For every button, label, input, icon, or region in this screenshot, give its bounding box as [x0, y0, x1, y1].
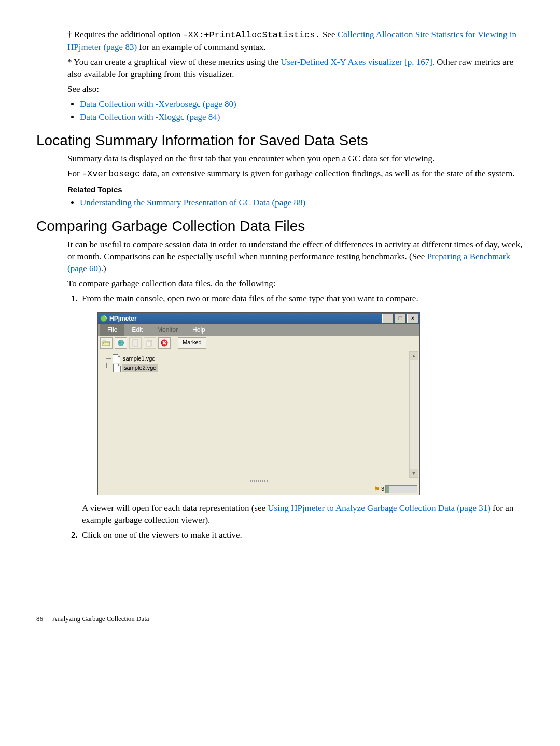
step-text: From the main console, open two or more … [82, 294, 418, 303]
text: † Requires the additional option [67, 30, 183, 39]
marked-button[interactable]: Marked [178, 337, 206, 349]
window-title: HPjmeter [109, 314, 382, 323]
menu-label: elp [197, 326, 205, 334]
link-xloggc[interactable]: Data Collection with -Xloggc (page 84) [80, 112, 220, 122]
text: for an example of command syntax. [137, 42, 266, 52]
app-icon [100, 315, 107, 322]
text: A viewer will open for each data represe… [82, 503, 268, 513]
stop-button[interactable] [158, 337, 171, 349]
minimize-button[interactable]: _ [382, 314, 394, 323]
text: For [67, 169, 82, 178]
paragraph: To compare garbage collection data files… [67, 278, 524, 290]
menu-label: onitor [162, 326, 178, 334]
file-tree: sample1.vgc sample2.vgc [103, 354, 419, 373]
toolbar-button-3 [129, 337, 142, 349]
paragraph: For -Xverbosegc data, an extensive summa… [67, 168, 524, 181]
tree-label: sample1.vgc [122, 355, 156, 363]
heading-comparing-gc: Comparing Garbage Collection Data Files [36, 216, 524, 236]
scroll-up-icon[interactable]: ▲ [410, 352, 418, 360]
text: * You can create a graphical view of the… [67, 57, 281, 67]
page-footer: 86Analyzing Garbage Collection Data [36, 614, 524, 624]
scrollbar[interactable]: ▲ ▼ [409, 351, 418, 478]
footnote-dagger: † Requires the additional option -XX:+Pr… [67, 29, 524, 53]
related-topics-heading: Related Topics [67, 185, 524, 195]
step-1: From the main console, open two or more … [80, 293, 524, 527]
splitter[interactable] [98, 479, 419, 483]
tree-item[interactable]: sample2.vgc [103, 364, 419, 373]
doc-icon [132, 339, 139, 347]
menubar: File Edit Monitor Help [98, 324, 419, 336]
link-summary-presentation[interactable]: Understanding the Summary Presentation o… [80, 198, 305, 208]
tree-label-selected: sample2.vgc [122, 364, 158, 372]
menu-label: dit [136, 326, 143, 334]
step-text: Click on one of the viewers to make it a… [82, 530, 242, 540]
steps-list: From the main console, open two or more … [67, 293, 524, 542]
link-using-hpjmeter[interactable]: Using HPjmeter to Analyze Garbage Collec… [268, 503, 491, 513]
list-item: Data Collection with -Xloggc (page 84) [80, 112, 524, 123]
link-xy-visualizer[interactable]: User-Defined X-Y Axes visualizer [p. 167… [281, 57, 432, 67]
tree-item[interactable]: sample1.vgc [103, 354, 419, 364]
list-item: Data Collection with -Xverbosegc (page 8… [80, 99, 524, 110]
menu-label: ile [111, 326, 117, 334]
see-also-list: Data Collection with -Xverbosegc (page 8… [67, 99, 524, 123]
connect-button[interactable] [115, 337, 127, 349]
text: data, an extensive summary is given for … [140, 169, 514, 178]
paragraph: Summary data is displayed on the first t… [67, 153, 524, 165]
paragraph: It can be useful to compare session data… [67, 239, 524, 275]
scroll-down-icon[interactable]: ▼ [410, 469, 418, 477]
list-item: Understanding the Summary Presentation o… [80, 197, 524, 209]
flag-icon: ⚑ [374, 485, 380, 494]
svg-rect-4 [147, 341, 151, 346]
globe-icon [117, 339, 125, 347]
svg-rect-2 [133, 340, 138, 346]
svg-point-0 [101, 315, 107, 322]
footer-section: Analyzing Garbage Collection Data [52, 615, 149, 623]
menu-edit[interactable]: Edit [124, 324, 150, 336]
statusbar: ⚑ 3 [98, 483, 419, 495]
hpjmeter-window: HPjmeter _ □ × File Edit Monitor Help [97, 312, 420, 495]
menu-help[interactable]: Help [185, 324, 213, 336]
link-xverbosegc[interactable]: Data Collection with -Xverbosegc (page 8… [80, 99, 236, 109]
step-2: Click on one of the viewers to make it a… [80, 530, 524, 542]
toolbar-button-4 [144, 337, 156, 349]
maximize-button[interactable]: □ [395, 314, 406, 323]
code-xverbosegc: -Xverbosegc [82, 169, 140, 179]
tree-panel: sample1.vgc sample2.vgc ▲ ▼ [98, 350, 419, 479]
menu-file[interactable]: File [100, 324, 124, 336]
step-tail: A viewer will open for each data represe… [82, 503, 524, 527]
open-button[interactable] [100, 337, 113, 349]
page-number: 86 [36, 615, 43, 623]
titlebar[interactable]: HPjmeter _ □ × [98, 313, 419, 324]
folder-open-icon [102, 339, 110, 347]
related-topics-list: Understanding the Summary Presentation o… [67, 197, 524, 209]
stop-icon [161, 339, 168, 347]
heap-meter [385, 485, 417, 493]
status-count: 3 [381, 485, 384, 493]
text: .) [101, 264, 106, 273]
close-button[interactable]: × [407, 314, 418, 323]
code-option: -XX:+PrintAllocStatistics. [183, 30, 320, 40]
text: See [320, 30, 338, 39]
file-icon [113, 364, 121, 372]
tree-connector [106, 358, 111, 359]
footnote-star: * You can create a graphical view of the… [67, 57, 524, 80]
heap-fill [386, 486, 389, 493]
toolbar: Marked [98, 336, 419, 350]
see-also-label: See also: [67, 84, 524, 95]
docs-icon [146, 339, 153, 347]
heading-locating-summary: Locating Summary Information for Saved D… [36, 131, 524, 150]
file-icon [113, 354, 120, 363]
tree-connector [106, 363, 112, 368]
grip-icon [250, 480, 268, 482]
menu-monitor: Monitor [150, 324, 185, 336]
